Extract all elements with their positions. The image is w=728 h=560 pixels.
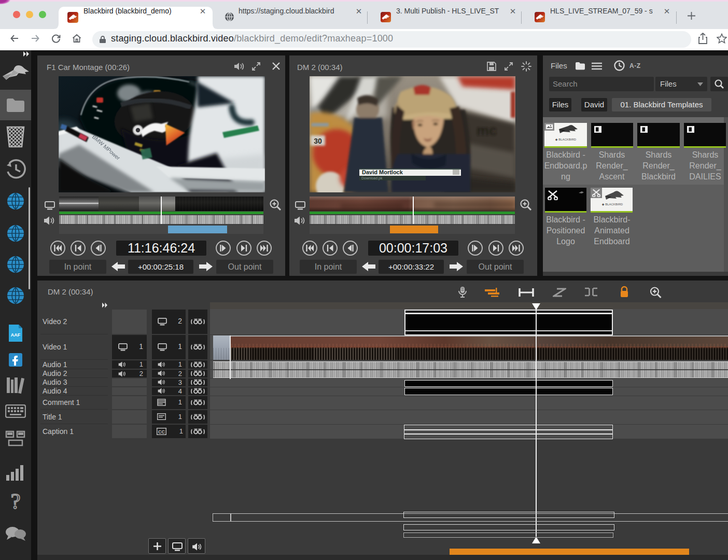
- svg-text:David Mortlock: David Mortlock: [362, 169, 403, 175]
- svg-text:mc: mc: [477, 123, 497, 138]
- svg-text:30: 30: [314, 137, 322, 145]
- svg-text:◆ BLACKBIRD: ◆ BLACKBIRD: [555, 138, 577, 141]
- svg-text:Download.pk: Download.pk: [361, 176, 383, 180]
- svg-text:?: ?: [11, 491, 21, 513]
- svg-text:AAF: AAF: [11, 332, 21, 338]
- svg-text:◆ BLACKBIRD: ◆ BLACKBIRD: [602, 203, 623, 206]
- svg-text:CC: CC: [158, 429, 165, 435]
